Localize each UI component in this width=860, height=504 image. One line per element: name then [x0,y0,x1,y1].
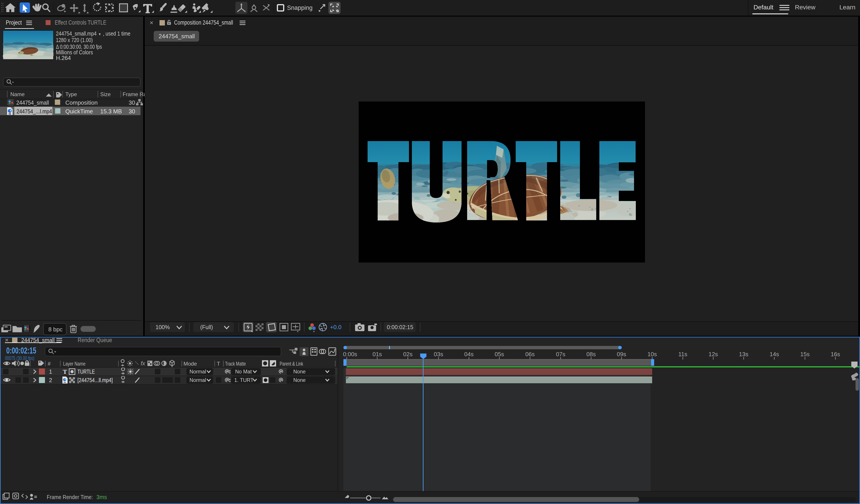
svg-text:16s: 16s [831,351,840,358]
svg-text:TURTLE: TURTLE [77,369,95,375]
svg-text:8 bpc: 8 bpc [48,326,63,333]
svg-text:0:00s: 0:00s [343,351,357,358]
svg-text:Layer Name: Layer Name [63,361,85,367]
svg-text:02s: 02s [403,351,413,358]
svg-text:08s: 08s [586,351,596,358]
svg-text:Normal: Normal [189,369,206,374]
svg-text:11s: 11s [678,351,687,358]
svg-text:Learn: Learn [840,4,856,11]
svg-text:No Mat: No Mat [235,369,252,374]
svg-text:None: None [293,377,306,383]
svg-text:03s: 03s [434,351,443,358]
svg-text:14s: 14s [770,351,779,358]
svg-text:06s: 06s [525,351,535,358]
svg-text:T: T [63,368,67,375]
svg-text:#: # [48,361,51,367]
svg-text:2: 2 [49,377,52,383]
svg-text:13s: 13s [739,351,748,358]
svg-text:(Full): (Full) [200,324,213,330]
svg-text:04s: 04s [464,351,474,358]
svg-text:Default: Default [754,4,773,11]
svg-text:Normal: Normal [189,377,206,383]
svg-text:0:00:02:15: 0:00:02:15 [387,324,413,330]
svg-text:01s: 01s [373,351,382,358]
svg-text:12s: 12s [708,351,718,358]
svg-text:+0.0: +0.0 [330,324,341,330]
svg-text:1. TURT: 1. TURT [234,377,254,383]
svg-text:None: None [293,369,306,374]
svg-text:1: 1 [49,369,52,375]
svg-text:10s: 10s [647,351,657,358]
svg-text:100%: 100% [156,324,170,330]
svg-text:07s: 07s [556,351,565,358]
svg-text:Snapping: Snapping [287,4,313,11]
svg-text:09s: 09s [617,351,626,358]
svg-text:[244754...ll.mp4]: [244754...ll.mp4] [77,377,113,383]
svg-text:Mode: Mode [184,361,197,367]
svg-text:Review: Review [795,4,816,11]
svg-text:Track Matte: Track Matte [225,361,246,367]
svg-text:T: T [217,361,220,367]
svg-text:05s: 05s [494,351,504,358]
svg-text:15s: 15s [800,351,809,358]
svg-text:Parent & Link: Parent & Link [280,361,303,367]
svg-text:fx: fx [141,360,145,367]
